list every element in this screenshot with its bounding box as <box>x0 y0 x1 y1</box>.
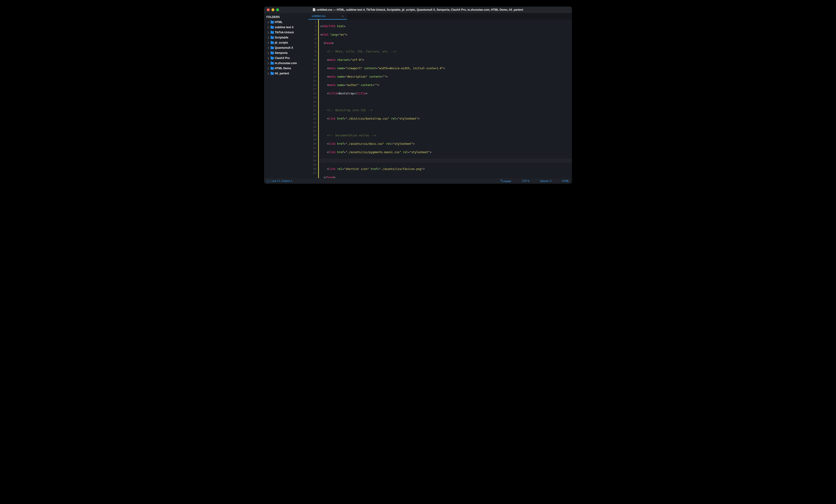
code-line[interactable]: <link href="./dist/css/bootstrap.css" re… <box>320 117 572 121</box>
folder-icon <box>271 46 274 49</box>
chevron-right-icon: ❯ <box>267 56 270 60</box>
code-line[interactable]: <title>Bootstrap</title> <box>320 91 572 96</box>
code-content[interactable]: <!DOCTYPE html> <html lang="en"> <head> … <box>320 20 572 178</box>
line-number: 33 <box>308 154 316 158</box>
sidebar-item-h5partent[interactable]: ❯h5_partent <box>264 71 308 76</box>
close-window-button[interactable] <box>267 8 270 11</box>
line-number: 9 <box>308 54 316 58</box>
line-number: 15 <box>308 79 316 83</box>
line-number: 20 <box>308 100 316 104</box>
titlebar[interactable]: untitled.css — HTML, sublime text 4, Tik… <box>264 6 572 13</box>
modified-gutter <box>318 20 319 178</box>
line-number: 32 <box>308 150 316 154</box>
line-number: 21 <box>308 104 316 108</box>
syntax[interactable]: HTML <box>562 179 569 182</box>
encoding[interactable]: UTF-8 <box>522 179 529 182</box>
code-line[interactable]: <link href="./assets/css/pygments-manni.… <box>320 150 572 154</box>
code-line[interactable]: <!-- Bootstrap core CSS --> <box>320 108 572 112</box>
folder-icon <box>271 67 274 70</box>
sidebar-item-semporia[interactable]: ❯Semporia <box>264 50 308 56</box>
folder-label: ClashX Pro <box>275 56 290 60</box>
line-number: 14 <box>308 75 316 79</box>
sidebar-item-jd[interactable]: ❯jd_scripts <box>264 40 308 45</box>
code-line[interactable]: </head> <box>320 175 572 178</box>
code-line-current[interactable] <box>320 158 572 163</box>
code-line[interactable] <box>320 125 572 129</box>
tabbar: untitled.css × <box>308 13 572 20</box>
folder-icon <box>271 21 274 23</box>
code-line[interactable]: <meta name="viewport" content="width=dev… <box>320 66 572 71</box>
folder-label: jd_scripts <box>275 41 288 45</box>
sidebar-header: FOLDERS <box>264 15 308 20</box>
sidebar-item-tiktok[interactable]: ❯TikTok-Unlock <box>264 30 308 35</box>
code-line[interactable]: <meta name="description" content=""> <box>320 75 572 79</box>
cursor-position[interactable]: Line 17, Column 1 <box>271 179 292 182</box>
folder-icon <box>271 36 274 39</box>
line-number: 13 <box>308 71 316 75</box>
minimize-window-button[interactable] <box>271 8 274 11</box>
chevron-right-icon: ❯ <box>267 46 270 50</box>
folder-icon <box>271 31 274 34</box>
sidebar-item-clashx[interactable]: ❯ClashX Pro <box>264 56 308 61</box>
line-number: 2 <box>308 24 316 28</box>
file-icon <box>313 8 316 11</box>
line-number: 35 <box>308 163 316 167</box>
sidebar-item-zhusutao[interactable]: ❯m.zhusutao.com <box>264 61 308 66</box>
folder-icon <box>271 62 274 64</box>
tab-label: untitled.css <box>311 15 326 18</box>
git-branch[interactable]: master <box>500 179 511 182</box>
sidebar-item-scriptable[interactable]: ❯Scriptable <box>264 35 308 40</box>
panel-icon[interactable] <box>267 180 270 182</box>
code-line[interactable]: <link href="./assets/css/docs.css" rel="… <box>320 142 572 146</box>
editor-area: untitled.css × 1 2 3 4 5 6 7 8 9 10 11 <box>308 13 572 178</box>
chevron-right-icon: ❯ <box>267 20 270 24</box>
sidebar-item-html[interactable]: ❯HTML <box>264 20 308 25</box>
folder-label: Semporia <box>275 51 288 55</box>
code-line[interactable]: <html lang="en"> <box>320 33 572 37</box>
line-number: 26 <box>308 125 316 129</box>
tab-untitled[interactable]: untitled.css × <box>308 13 347 20</box>
line-number: 24 <box>308 117 316 121</box>
code-line[interactable]: <!DOCTYPE html> <box>320 24 572 28</box>
line-number: 6 <box>308 41 316 45</box>
code-line[interactable]: <!-- Meta, title, CSS, favicons, etc. --… <box>320 50 572 54</box>
sidebar-item-sublime[interactable]: ❯sublime text 4 <box>264 25 308 30</box>
chevron-right-icon: ❯ <box>267 71 270 76</box>
window-title-text: untitled.css — HTML, sublime text 4, Tik… <box>317 8 523 12</box>
folder-icon <box>271 26 274 29</box>
line-number: 27 <box>308 129 316 133</box>
line-number: 4 <box>308 33 316 37</box>
chevron-right-icon: ❯ <box>267 66 270 71</box>
line-number: 16 <box>308 83 316 87</box>
code-line[interactable]: <meta charset="utf-8"> <box>320 58 572 62</box>
sidebar[interactable]: FOLDERS ❯HTML ❯sublime text 4 ❯TikTok-Un… <box>264 13 308 178</box>
line-number: 30 <box>308 142 316 146</box>
code-line[interactable]: <meta name="author" content=""> <box>320 83 572 87</box>
indent[interactable]: Spaces: 2 <box>540 179 551 182</box>
line-number: 31 <box>308 146 316 150</box>
folder-label: m.zhusutao.com <box>275 61 297 65</box>
line-number: 3 <box>308 28 316 33</box>
status-left: Line 17, Column 1 <box>267 179 292 182</box>
app-window: untitled.css — HTML, sublime text 4, Tik… <box>264 6 572 184</box>
chevron-right-icon: ❯ <box>267 35 270 40</box>
chevron-right-icon: ❯ <box>267 41 270 45</box>
line-number: 28 <box>308 133 316 138</box>
folder-label: TikTok-Unlock <box>275 30 294 35</box>
chevron-right-icon: ❯ <box>267 61 270 65</box>
code-line[interactable]: <!-- Documentation extras --> <box>320 133 572 138</box>
chevron-right-icon: ❯ <box>267 30 270 35</box>
sidebar-item-htmldemo[interactable]: ❯HTML Demo <box>264 66 308 71</box>
code-editor[interactable]: 1 2 3 4 5 6 7 8 9 10 11 12 13 14 15 16 1 <box>308 20 572 178</box>
sidebar-item-quantumult[interactable]: ❯Quantumult X <box>264 45 308 50</box>
code-line[interactable] <box>320 100 572 104</box>
folder-label: sublime text 4 <box>275 25 293 30</box>
line-number: 36 <box>308 167 316 171</box>
close-icon[interactable]: × <box>342 15 344 18</box>
line-number: 1 <box>308 20 316 24</box>
code-line[interactable]: <link rel="shortcut icon" href="./assets… <box>320 167 572 171</box>
line-number: 19 <box>308 96 316 100</box>
zoom-window-button[interactable] <box>276 8 279 11</box>
status-right: master UTF-8 Spaces: 2 HTML <box>500 179 569 182</box>
code-line[interactable]: <head> <box>320 41 572 45</box>
